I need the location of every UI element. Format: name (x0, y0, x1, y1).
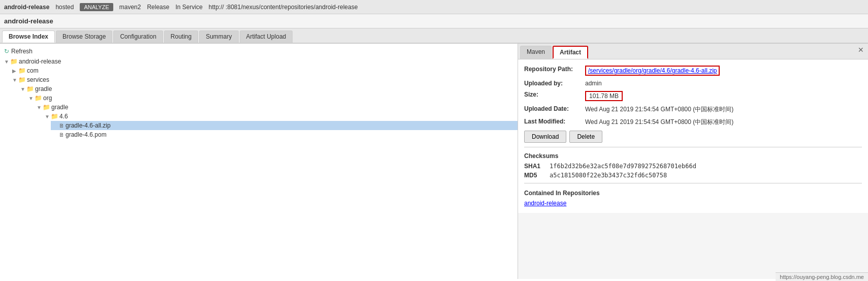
tree-item-android-release[interactable]: ▼ 📁 android-release (2, 57, 518, 66)
md5-label: MD5 (524, 172, 550, 179)
folder-icon: 📁 (10, 58, 18, 65)
tab-browse-storage[interactable]: Browse Storage (56, 30, 112, 43)
folder-icon-com: 📁 (18, 67, 26, 74)
expand-icon-gradle1: ▼ (20, 86, 25, 92)
tree-children-services: ▼ 📁 gradle ▼ 📁 org (10, 84, 518, 139)
tab-maven[interactable]: Maven (520, 46, 552, 59)
expand-icon-com: ▶ (12, 68, 17, 74)
main-content: ↻ Refresh ▼ 📁 android-release ▶ 📁 com (0, 44, 868, 279)
artifact-info: Repository Path: /services/gradle/org/gr… (518, 59, 868, 213)
tab-summary[interactable]: Summary (199, 30, 238, 43)
last-modified-row: Last Modified: Wed Aug 21 2019 21:54:54 … (524, 118, 862, 127)
refresh-icon: ↻ (4, 48, 9, 55)
expand-icon-gradle2: ▼ (37, 105, 42, 110)
contained-header: Contained In Repositories (524, 190, 862, 197)
divider-2 (524, 183, 862, 183)
tab-routing[interactable]: Routing (164, 30, 198, 43)
tab-artifact-upload[interactable]: Artifact Upload (240, 30, 293, 43)
file-icon-zip: 🗎 (59, 122, 65, 129)
format-label: maven2 (119, 4, 141, 11)
bottom-url: https://ouyang-peng.blog.csdn.me (780, 274, 864, 279)
tab-artifact[interactable]: Artifact (553, 46, 588, 59)
download-button[interactable]: Download (524, 131, 566, 143)
policy-label: Release (147, 4, 169, 11)
md5-value: a5c1815080f22e3b3437c32fd6c50758 (550, 172, 667, 179)
tree-item-services[interactable]: ▼ 📁 services (10, 75, 518, 84)
folder-icon-4.6: 📁 (51, 113, 58, 120)
service-label: In Service (175, 4, 202, 11)
expand-icon-services: ▼ (12, 77, 17, 83)
contained-repo-link[interactable]: android-release (524, 200, 566, 207)
tab-bar: Browse Index Browse Storage Configuratio… (0, 28, 868, 44)
expand-icon: ▼ (4, 59, 9, 65)
refresh-button[interactable]: ↻ Refresh (0, 46, 518, 57)
file-icon-pom: 🗎 (59, 132, 65, 138)
right-tab-bar: Maven Artifact ✕ (518, 44, 868, 59)
sha1-value: 1f6b2d32b6e32ac5f08e7d9789275268701eb66d (550, 163, 696, 170)
size-row: Size: 101.78 MB (524, 91, 862, 101)
tree-children-gradle2: ▼ 📁 4.6 ▶ 🗎 gradle-4.6-all.zi (35, 112, 518, 139)
tree-label-gradle1: gradle (35, 85, 52, 92)
size-label: Size: (524, 91, 585, 98)
page-title: android-release (0, 14, 868, 28)
repo-path-row: Repository Path: /services/gradle/org/gr… (524, 66, 862, 76)
uploaded-by-value: admin (585, 80, 602, 87)
url-label: http:// :8081/nexus/content/repositories… (209, 4, 358, 11)
repo-name-label: android-release (4, 4, 49, 11)
analyze-button[interactable]: ANALYZE (80, 3, 113, 11)
repo-path-value[interactable]: /services/gradle/org/gradle/4.6/gradle-4… (588, 67, 717, 74)
tree-item-gradle-1[interactable]: ▼ 📁 gradle (18, 84, 518, 93)
left-panel: ↻ Refresh ▼ 📁 android-release ▶ 📁 com (0, 44, 518, 279)
refresh-label: Refresh (11, 48, 33, 55)
tree-label-zip: gradle-4.6-all.zip (66, 122, 111, 129)
uploaded-date-row: Uploaded Date: Wed Aug 21 2019 21:54:54 … (524, 105, 862, 114)
tree-item-gradle-zip[interactable]: ▶ 🗎 gradle-4.6-all.zip (51, 121, 518, 130)
tab-browse-index[interactable]: Browse Index (2, 30, 55, 43)
tree-label-pom: gradle-4.6.pom (66, 131, 107, 138)
folder-icon-services: 📁 (18, 76, 26, 83)
tree-item-4.6[interactable]: ▼ 📁 4.6 (43, 112, 518, 121)
tree-label-4.6: 4.6 (59, 113, 68, 120)
tree-children-4.6: ▶ 🗎 gradle-4.6-all.zip ▶ 🗎 gradle-4.6.po… (43, 121, 518, 139)
repo-path-label: Repository Path: (524, 66, 585, 73)
tree-label-android-release: android-release (19, 58, 61, 65)
tree-children-gradle1: ▼ 📁 org ▼ 📁 gradle (18, 93, 518, 139)
tree-item-com[interactable]: ▶ 📁 com (10, 66, 518, 75)
delete-button[interactable]: Delete (569, 131, 602, 143)
tree-item-gradle-pom[interactable]: ▶ 🗎 gradle-4.6.pom (51, 130, 518, 139)
bottom-bar: https://ouyang-peng.blog.csdn.me (776, 272, 868, 279)
last-modified-label: Last Modified: (524, 118, 585, 125)
tree-label-org: org (43, 95, 52, 102)
uploaded-by-row: Uploaded by: admin (524, 80, 862, 87)
file-tree: ▼ 📁 android-release ▶ 📁 com ▼ 📁 services (0, 57, 518, 139)
expand-icon-org: ▼ (28, 96, 34, 101)
contained-section: Contained In Repositories android-releas… (524, 190, 862, 207)
tree-item-org[interactable]: ▼ 📁 org (26, 93, 518, 103)
folder-icon-gradle1: 📁 (26, 85, 34, 92)
uploaded-by-label: Uploaded by: (524, 80, 585, 87)
action-buttons: Download Delete (524, 131, 862, 143)
divider-1 (524, 147, 862, 147)
page-title-text: android-release (4, 17, 53, 25)
sha1-label: SHA1 (524, 163, 550, 170)
tree-label-com: com (27, 67, 39, 74)
checksums-header: Checksums (524, 152, 862, 160)
uploaded-date-value: Wed Aug 21 2019 21:54:54 GMT+0800 (中国标准时… (585, 105, 733, 114)
tree-label-gradle2: gradle (51, 104, 68, 111)
sha1-row: SHA1 1f6b2d32b6e32ac5f08e7d9789275268701… (524, 163, 862, 170)
size-value: 101.78 MB (589, 92, 619, 100)
top-bar: android-release hosted ANALYZE maven2 Re… (0, 0, 868, 14)
tab-configuration[interactable]: Configuration (113, 30, 163, 43)
tree-children-root: ▶ 📁 com ▼ 📁 services ▼ 📁 gradle (2, 66, 518, 139)
tree-item-gradle-2[interactable]: ▼ 📁 gradle (35, 103, 518, 112)
folder-icon-org: 📁 (35, 95, 42, 102)
last-modified-value: Wed Aug 21 2019 21:54:54 GMT+0800 (中国标准时… (585, 118, 733, 127)
tree-children-org: ▼ 📁 gradle ▼ 📁 4.6 (26, 103, 518, 139)
folder-icon-gradle2: 📁 (43, 104, 50, 111)
md5-row: MD5 a5c1815080f22e3b3437c32fd6c50758 (524, 172, 862, 179)
hosted-label: hosted (55, 4, 74, 11)
tree-label-services: services (27, 76, 49, 83)
right-panel: Maven Artifact ✕ Repository Path: /servi… (518, 44, 868, 279)
close-button[interactable]: ✕ (856, 46, 866, 54)
uploaded-date-label: Uploaded Date: (524, 105, 585, 112)
